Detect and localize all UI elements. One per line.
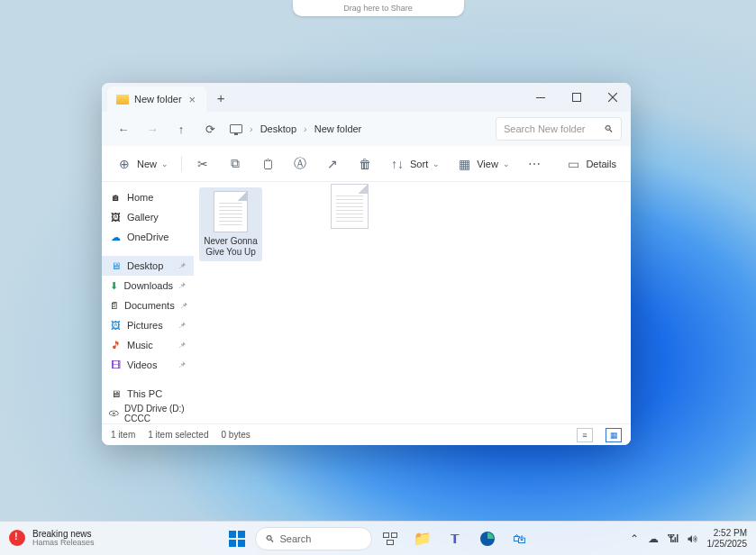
home-icon: 🏠︎ <box>109 191 122 204</box>
view-button[interactable]: ▦View⌄ <box>449 150 517 177</box>
sidebar-music[interactable]: 🎵︎Music📌︎ <box>102 335 194 355</box>
icons-view-toggle[interactable]: ▦ <box>606 428 622 442</box>
start-button[interactable] <box>223 524 251 553</box>
new-tab-button[interactable]: + <box>210 86 232 108</box>
ellipsis-icon: ⋯ <box>526 150 542 177</box>
copy-button[interactable]: ⧉ <box>220 150 250 177</box>
delete-button[interactable]: 🗑︎ <box>350 150 380 177</box>
taskbar[interactable]: Breaking news Hamas Releases 🔍︎ Search 📁… <box>0 521 756 555</box>
file-explorer-window: New folder × + ← → ↑ ⟳ › Desktop › New f… <box>102 83 631 445</box>
task-view-button[interactable] <box>376 524 405 553</box>
more-button[interactable]: ⋯ <box>519 150 550 177</box>
rename-button[interactable]: Ⓐ <box>285 150 315 177</box>
taskbar-teams[interactable]: 𝗧 <box>441 524 469 553</box>
details-pane-button[interactable]: ▭Details <box>558 150 624 177</box>
share-icon: ↗ <box>324 150 341 177</box>
taskbar-center: 🔍︎ Search 📁 𝗧 🛍︎ <box>223 524 534 553</box>
download-icon: ⬇ <box>109 279 119 292</box>
onedrive-tray-icon[interactable]: ☁ <box>648 532 659 545</box>
teams-icon: 𝗧 <box>451 532 460 546</box>
forward-button[interactable]: → <box>140 116 165 141</box>
edge-icon <box>479 531 496 547</box>
titlebar[interactable]: New folder × + <box>102 83 631 112</box>
volume-icon[interactable]: 🔊︎ <box>688 532 698 545</box>
widgets-button[interactable]: Breaking news Hamas Releases <box>0 529 180 548</box>
share-button[interactable]: ↗ <box>317 150 348 177</box>
file-item-selected[interactable]: Never Gonna Give You Up <box>199 187 262 261</box>
status-bar: 1 item 1 item selected 0 bytes ≡ ▦ <box>102 423 631 445</box>
minimize-button[interactable] <box>523 83 559 112</box>
desktop-icon <box>230 124 242 133</box>
command-bar: ⊕New⌄ ✂ ⧉ 📋︎ Ⓐ ↗ 🗑︎ ↑↓Sort⌄ ▦View⌄ ⋯ ▭De… <box>102 146 631 182</box>
refresh-button[interactable]: ⟳ <box>197 116 223 141</box>
cut-button[interactable]: ✂ <box>187 150 218 177</box>
search-input[interactable]: Search New folder 🔍︎ <box>496 117 622 141</box>
sidebar-home[interactable]: 🏠︎Home <box>102 187 194 207</box>
system-tray[interactable]: ⌃ ☁ 📶︎ 🔊︎ 2:52 PM 1/25/2025 <box>630 528 757 549</box>
share-notch[interactable]: Drag here to Share <box>293 0 464 16</box>
maximize-button[interactable] <box>559 83 595 112</box>
task-view-icon <box>383 532 397 545</box>
pin-icon: 📌︎ <box>180 301 188 310</box>
wifi-icon[interactable]: 📶︎ <box>668 532 679 545</box>
sidebar-dvd[interactable]: 💿︎DVD Drive (D:) CCCC <box>102 404 194 423</box>
music-icon: 🎵︎ <box>109 339 122 351</box>
document-icon <box>214 191 248 232</box>
sidebar-downloads[interactable]: ⬇Downloads📌︎ <box>102 276 194 296</box>
sidebar-pictures[interactable]: 🖼︎Pictures📌︎ <box>102 315 194 335</box>
widget-subtitle: Hamas Releases <box>32 539 95 548</box>
sidebar-thispc[interactable]: 🖥︎This PC <box>102 384 194 404</box>
svg-rect-5 <box>238 540 245 547</box>
taskbar-store[interactable]: 🛍︎ <box>506 524 534 553</box>
paste-icon: 📋︎ <box>260 150 276 177</box>
taskbar-explorer[interactable]: 📁 <box>408 524 437 553</box>
gallery-icon: 🖼︎ <box>109 211 122 223</box>
breadcrumb[interactable]: › Desktop › New folder <box>226 122 492 136</box>
svg-rect-0 <box>536 97 545 98</box>
pin-icon: 📌︎ <box>178 341 187 350</box>
sidebar-documents[interactable]: 📄︎Documents📌︎ <box>102 296 194 315</box>
list-view-toggle[interactable]: ≡ <box>577 428 593 442</box>
sort-button[interactable]: ↑↓Sort⌄ <box>382 150 447 177</box>
svg-rect-8 <box>387 540 393 544</box>
search-placeholder: Search New folder <box>504 123 586 134</box>
tab-current[interactable]: New folder × <box>107 86 206 112</box>
drag-ghost <box>331 184 370 231</box>
paste-button[interactable]: 📋︎ <box>252 150 283 177</box>
new-button[interactable]: ⊕New⌄ <box>109 150 176 177</box>
sidebar-onedrive[interactable]: ☁OneDrive <box>102 227 194 247</box>
disc-icon: 💿︎ <box>109 407 119 420</box>
folder-icon <box>116 95 129 105</box>
sidebar-desktop[interactable]: 🖥︎Desktop📌︎ <box>102 256 194 276</box>
clock[interactable]: 2:52 PM 1/25/2025 <box>707 528 748 549</box>
sidebar-gallery[interactable]: 🖼︎Gallery <box>102 207 194 227</box>
tab-close-button[interactable]: × <box>187 93 198 106</box>
up-button[interactable]: ↑ <box>169 116 194 141</box>
trash-icon: 🗑︎ <box>357 150 373 177</box>
search-icon: 🔍︎ <box>604 123 614 134</box>
taskbar-search[interactable]: 🔍︎ Search <box>255 527 372 550</box>
close-button[interactable] <box>595 83 631 112</box>
crumb-desktop[interactable]: Desktop <box>257 122 300 136</box>
rename-icon: Ⓐ <box>292 150 308 177</box>
pin-icon: 📌︎ <box>178 321 187 330</box>
taskbar-edge[interactable] <box>473 524 502 553</box>
plus-circle-icon: ⊕ <box>116 150 132 177</box>
svg-rect-1 <box>573 94 581 102</box>
video-icon: 🎞︎ <box>109 359 122 371</box>
copy-icon: ⧉ <box>227 150 243 177</box>
navigation-pane[interactable]: 🏠︎Home 🖼︎Gallery ☁OneDrive 🖥︎Desktop📌︎ ⬇… <box>102 182 194 423</box>
crumb-current[interactable]: New folder <box>311 122 366 136</box>
file-list-area[interactable]: Never Gonna Give You Up <box>194 182 631 423</box>
search-icon: 🔍︎ <box>265 533 275 544</box>
navigation-bar: ← → ↑ ⟳ › Desktop › New folder Search Ne… <box>102 112 631 146</box>
sidebar-videos[interactable]: 🎞︎Videos📌︎ <box>102 355 194 375</box>
svg-rect-3 <box>238 531 245 538</box>
desktop-icon: 🖥︎ <box>109 259 122 272</box>
store-icon: 🛍︎ <box>513 531 526 546</box>
sort-icon: ↑↓ <box>389 150 405 177</box>
back-button[interactable]: ← <box>111 116 136 141</box>
scissors-icon: ✂ <box>195 150 211 177</box>
details-icon: ▭ <box>565 150 581 177</box>
tray-chevron-icon[interactable]: ⌃ <box>630 532 639 545</box>
